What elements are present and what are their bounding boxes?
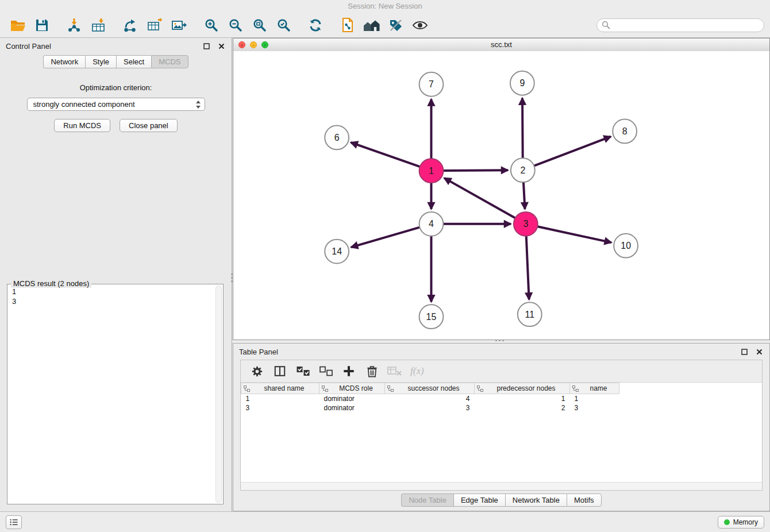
- network-window-titlebar[interactable]: × − + scc.txt: [233, 38, 769, 52]
- network-graph[interactable]: 1234678910111415: [233, 51, 769, 340]
- column-header-predecessor-nodes[interactable]: predecessor nodes: [475, 383, 570, 394]
- run-mcds-button[interactable]: Run MCDS: [54, 119, 110, 132]
- search-input[interactable]: [614, 20, 759, 30]
- status-bar: Memory: [0, 511, 770, 532]
- graph-node-label: 1: [429, 166, 434, 176]
- table-cell: 3: [570, 403, 619, 413]
- search-icon: [602, 21, 610, 29]
- function-builder-button[interactable]: f(x): [409, 363, 425, 380]
- graph-node-label: 11: [525, 310, 535, 319]
- import-table-button[interactable]: [88, 15, 109, 36]
- tab-network[interactable]: Network: [43, 55, 85, 68]
- node-table: shared nameMCDS rolesuccessor nodesprede…: [241, 383, 619, 413]
- main-toolbar: [0, 13, 770, 38]
- zoom-selected-icon: [276, 18, 291, 32]
- table-row[interactable]: 1dominator411: [241, 394, 619, 403]
- table-row[interactable]: 3dominator323: [241, 403, 619, 413]
- show-columns-button[interactable]: [271, 363, 288, 380]
- optimization-criterion-select[interactable]: strongly connected component: [27, 98, 205, 111]
- float-panel-button[interactable]: [202, 41, 211, 51]
- window-title: Session: New Session: [348, 2, 422, 10]
- close-panel-button[interactable]: [217, 41, 226, 51]
- deselect-all-button[interactable]: [317, 363, 334, 380]
- graph-node-label: 2: [520, 165, 525, 175]
- network-canvas[interactable]: 1234678910111415: [233, 51, 769, 340]
- table-horizontal-scrollbar[interactable]: [241, 482, 762, 490]
- delete-table-icon: [387, 365, 402, 377]
- tab-mcds[interactable]: MCDS: [151, 55, 188, 68]
- float-table-panel-button[interactable]: [740, 347, 749, 356]
- toolbar-separator: [328, 25, 336, 25]
- export-image-button[interactable]: [168, 15, 189, 36]
- mcds-result-box: MCDS result (2 nodes) 1 3: [7, 284, 224, 504]
- result-scrollbar[interactable]: [215, 286, 222, 503]
- application-window: Session: New Session: [0, 0, 770, 532]
- zoom-fit-button[interactable]: [249, 15, 270, 36]
- graph-edge-1-6[interactable]: [351, 142, 420, 167]
- tab-select[interactable]: Select: [116, 55, 151, 68]
- delete-table-button[interactable]: [386, 363, 403, 380]
- control-panel-header: Control Panel: [0, 38, 232, 54]
- zoom-selected-button[interactable]: [273, 15, 294, 36]
- tab-style[interactable]: Style: [85, 55, 116, 68]
- tab-node-table[interactable]: Node Table: [401, 494, 453, 507]
- graph-edge-3-10[interactable]: [537, 226, 611, 242]
- export-table-button[interactable]: [144, 15, 165, 36]
- tab-network-table[interactable]: Network Table: [505, 494, 567, 507]
- horizontal-splitter-handle[interactable]: [490, 338, 509, 342]
- zoom-in-button[interactable]: [201, 15, 221, 36]
- tab-edge-table[interactable]: Edge Table: [453, 494, 505, 507]
- float-window-icon: [741, 349, 748, 355]
- node-table-scroll-area[interactable]: shared nameMCDS rolesuccessor nodesprede…: [241, 383, 762, 482]
- graph-edge-2-8[interactable]: [534, 137, 611, 166]
- select-arrows-icon: [195, 100, 201, 109]
- select-all-button[interactable]: [294, 363, 311, 380]
- graph-edge-4-14[interactable]: [351, 228, 419, 248]
- table-panel-title: Table Panel: [239, 348, 278, 356]
- save-session-button[interactable]: [32, 15, 52, 36]
- vertical-splitter-handle[interactable]: [230, 268, 234, 287]
- duplicate-network-button[interactable]: [337, 15, 358, 36]
- open-session-button[interactable]: [7, 15, 28, 36]
- close-panel-action-button[interactable]: Close panel: [120, 119, 178, 132]
- mcds-result-list[interactable]: 1 3: [10, 287, 216, 502]
- gear-icon: [251, 365, 264, 378]
- trash-icon: [366, 365, 378, 378]
- delete-column-button[interactable]: [363, 363, 380, 380]
- home-button[interactable]: [361, 15, 382, 36]
- memory-button[interactable]: Memory: [718, 516, 764, 529]
- toolbar-separator: [191, 25, 199, 25]
- column-header-successor-nodes[interactable]: successor nodes: [385, 383, 475, 394]
- column-header-name[interactable]: name: [570, 383, 619, 394]
- graph-edge-3-11[interactable]: [526, 236, 529, 300]
- column-header-MCDS-role[interactable]: MCDS role: [319, 383, 385, 394]
- table-cell: 1: [475, 394, 570, 403]
- zoom-out-button[interactable]: [225, 15, 245, 36]
- memory-label: Memory: [733, 518, 758, 526]
- zoom-fit-icon: [252, 18, 267, 32]
- open-folder-icon: [10, 18, 26, 32]
- table-settings-button[interactable]: [248, 363, 265, 380]
- graph-edge-2-3[interactable]: [523, 182, 525, 209]
- close-table-panel-button[interactable]: [754, 347, 764, 356]
- column-header-shared-name[interactable]: shared name: [241, 383, 319, 394]
- annotation-tag-button[interactable]: [386, 15, 406, 36]
- tab-motifs[interactable]: Motifs: [567, 494, 602, 507]
- eye-button[interactable]: [410, 15, 430, 36]
- graph-edge-2-9[interactable]: [522, 98, 523, 159]
- column-header-label: predecessor nodes: [496, 384, 555, 392]
- float-window-icon: [203, 43, 210, 49]
- column-header-label: shared name: [264, 384, 304, 392]
- table-cell: 3: [241, 403, 319, 413]
- import-network-button[interactable]: [64, 15, 84, 36]
- add-column-button[interactable]: [340, 363, 357, 380]
- column-tree-icon: [572, 385, 579, 394]
- task-history-button[interactable]: [6, 515, 22, 529]
- graph-edge-1-2[interactable]: [443, 170, 508, 171]
- graph-node-label: 3: [523, 219, 528, 229]
- graph-edge-3-1[interactable]: [444, 178, 515, 218]
- close-icon: [218, 43, 225, 49]
- refresh-network-button[interactable]: [305, 15, 326, 36]
- export-network-button[interactable]: [120, 15, 141, 36]
- eye-icon: [412, 19, 428, 32]
